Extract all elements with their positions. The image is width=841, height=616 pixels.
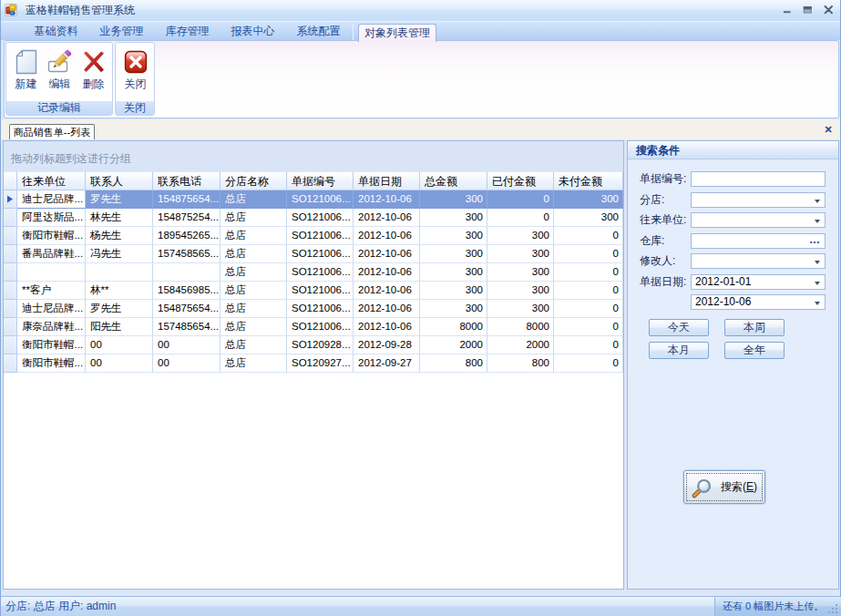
grid-row-8[interactable]: 衡阳市鞋帽...0000总店SO120928...2012-09-2820002… — [4, 336, 623, 354]
grid-cell-r8-c1[interactable]: 00 — [86, 336, 153, 354]
minimize-icon[interactable] — [776, 0, 797, 20]
grid-column-header-1[interactable]: 联系人 — [86, 171, 153, 190]
grid-cell-r7-c8[interactable]: 0 — [554, 318, 623, 336]
grid-cell-r1-c0[interactable]: 阿里达斯品... — [17, 209, 86, 227]
grid-cell-r1-c7[interactable]: 0 — [487, 209, 554, 227]
grid-cell-r0-c2[interactable]: 154875654... — [153, 190, 221, 209]
grid-cell-r3-c7[interactable]: 300 — [487, 245, 554, 263]
ribbon-tab-object-list[interactable]: 对象列表管理 — [358, 24, 436, 42]
grid-cell-r1-c4[interactable]: SO121006... — [287, 209, 354, 227]
grid-cell-r5-c2[interactable]: 158456985... — [153, 282, 221, 300]
grid-cell-r7-c3[interactable]: 总店 — [221, 318, 287, 336]
grid-cell-r7-c5[interactable]: 2012-10-06 — [354, 318, 420, 336]
grid-column-header-5[interactable]: 单据日期 — [354, 171, 420, 190]
grid-cell-r3-c3[interactable]: 总店 — [221, 245, 287, 263]
grid-cell-r5-c3[interactable]: 总店 — [221, 282, 287, 300]
grid-row-0[interactable]: 迪士尼品牌...罗先生154875654...总店SO121006...2012… — [4, 190, 623, 209]
grid-cell-r7-c6[interactable]: 8000 — [420, 318, 487, 336]
grid-cell-r5-c5[interactable]: 2012-10-06 — [354, 282, 420, 300]
grid-cell-r4-c1[interactable] — [86, 263, 153, 282]
warehouse-input[interactable]: ... — [691, 233, 826, 249]
grid-cell-r3-c2[interactable]: 157458565... — [153, 245, 221, 263]
ribbon-tab-1[interactable]: 业务管理 — [89, 22, 154, 41]
grid-cell-r2-c0[interactable]: 衡阳市鞋帽... — [17, 227, 86, 245]
grid-cell-r3-c0[interactable]: 番禺品牌鞋... — [17, 245, 86, 263]
branch-dropdown-icon[interactable] — [815, 200, 820, 203]
grid-cell-r6-c4[interactable]: SO121006... — [287, 300, 354, 318]
grid-cell-r9-c8[interactable]: 0 — [554, 354, 623, 373]
ribbon-tab-3[interactable]: 报表中心 — [221, 22, 285, 41]
grid-cell-r5-c4[interactable]: SO121006... — [287, 282, 354, 300]
grid-cell-r2-c4[interactable]: SO121006... — [287, 227, 354, 245]
grid-cell-r0-c0[interactable]: 迪士尼品牌... — [17, 190, 86, 209]
partner-dropdown-icon[interactable] — [815, 220, 820, 223]
grid-cell-r2-c6[interactable]: 300 — [420, 227, 487, 245]
date-from-input[interactable]: 2012-01-01 — [691, 274, 826, 290]
grid-cell-r7-c4[interactable]: SO121006... — [287, 318, 354, 336]
grid-row-5[interactable]: **客户林**158456985...总店SO121006...2012-10-… — [4, 282, 623, 300]
grid-cell-r4-c4[interactable]: SO121006... — [287, 263, 354, 282]
search-button[interactable]: 搜索(E) — [683, 470, 765, 504]
grid-cell-r2-c1[interactable]: 杨先生 — [86, 227, 153, 245]
grid-column-header-3[interactable]: 分店名称 — [221, 171, 287, 190]
grid-group-panel[interactable]: 拖动列标题到这进行分组 — [4, 141, 623, 171]
grid-cell-r8-c2[interactable]: 00 — [153, 336, 221, 354]
grid-cell-r9-c7[interactable]: 800 — [487, 354, 554, 373]
document-tab-close-icon[interactable]: ✕ — [822, 123, 835, 136]
document-tab-sales-list[interactable]: 商品销售单--列表 — [9, 124, 95, 139]
this-month-button[interactable]: 本月 — [649, 342, 709, 359]
grid-cell-r6-c1[interactable]: 罗先生 — [86, 300, 153, 318]
grid-cell-r8-c3[interactable]: 总店 — [221, 336, 287, 354]
grid-cell-r9-c1[interactable]: 00 — [86, 354, 153, 373]
grid-cell-r3-c4[interactable]: SO121006... — [287, 245, 354, 263]
grid-cell-r2-c3[interactable]: 总店 — [221, 227, 287, 245]
grid-cell-r2-c7[interactable]: 300 — [487, 227, 554, 245]
close-tab-button[interactable]: 关闭 — [118, 46, 152, 101]
grid-cell-r6-c5[interactable]: 2012-10-06 — [354, 300, 420, 318]
grid-row-4[interactable]: 总店SO121006...2012-10-063003000 — [4, 263, 623, 282]
grid-row-3[interactable]: 番禺品牌鞋...冯先生157458565...总店SO121006...2012… — [4, 245, 623, 263]
grid-row-1[interactable]: 阿里达斯品...林先生154875254...总店SO121006...2012… — [4, 209, 623, 227]
today-button[interactable]: 今天 — [649, 319, 709, 336]
grid-column-header-4[interactable]: 单据编号 — [287, 171, 354, 190]
grid-cell-r8-c5[interactable]: 2012-09-28 — [354, 336, 420, 354]
grid-cell-r2-c2[interactable]: 189545265... — [153, 227, 221, 245]
branch-input[interactable] — [691, 192, 826, 208]
grid-cell-r3-c5[interactable]: 2012-10-06 — [354, 245, 420, 263]
edit-button[interactable]: 编辑 — [43, 46, 77, 101]
grid-row-9[interactable]: 衡阳市鞋帽...0000总店SO120927...2012-09-2780080… — [4, 354, 623, 373]
grid-cell-r1-c5[interactable]: 2012-10-06 — [354, 209, 420, 227]
modifier-dropdown-icon[interactable] — [815, 261, 820, 264]
grid-cell-r9-c3[interactable]: 总店 — [221, 354, 287, 373]
grid-cell-r3-c8[interactable]: 0 — [554, 245, 623, 263]
grid-cell-r1-c8[interactable]: 300 — [554, 209, 623, 227]
grid-cell-r4-c6[interactable]: 300 — [420, 263, 487, 282]
modifier-input[interactable] — [691, 253, 826, 269]
grid-cell-r0-c5[interactable]: 2012-10-06 — [354, 190, 420, 209]
grid-cell-r1-c3[interactable]: 总店 — [221, 209, 287, 227]
grid-cell-r9-c0[interactable]: 衡阳市鞋帽... — [17, 354, 86, 373]
grid-row-2[interactable]: 衡阳市鞋帽...杨先生189545265...总店SO121006...2012… — [4, 227, 623, 245]
grid-cell-r0-c6[interactable]: 300 — [420, 190, 487, 209]
grid-cell-r9-c2[interactable]: 00 — [153, 354, 221, 373]
grid-row-6[interactable]: 迪士尼品牌...罗先生154875654...总店SO121006...2012… — [4, 300, 623, 318]
grid-cell-r5-c6[interactable]: 300 — [420, 282, 487, 300]
grid-cell-r7-c2[interactable]: 157485654... — [153, 318, 221, 336]
grid-cell-r8-c4[interactable]: SO120928... — [287, 336, 354, 354]
grid-cell-r0-c7[interactable]: 0 — [487, 190, 554, 209]
grid-column-header-8[interactable]: 未付金额 — [554, 171, 623, 190]
grid-cell-r8-c0[interactable]: 衡阳市鞋帽... — [17, 336, 86, 354]
grid-cell-r4-c5[interactable]: 2012-10-06 — [354, 263, 420, 282]
grid-cell-r6-c2[interactable]: 154875654... — [153, 300, 221, 318]
grid-column-header-0[interactable]: 往来单位 — [17, 171, 86, 190]
bill-number-input[interactable] — [691, 171, 826, 187]
grid-cell-r0-c1[interactable]: 罗先生 — [86, 190, 153, 209]
grid-cell-r4-c0[interactable] — [17, 263, 86, 282]
grid-column-header-6[interactable]: 总金额 — [420, 171, 487, 190]
grid-cell-r0-c4[interactable]: SO121006... — [287, 190, 354, 209]
grid-cell-r5-c0[interactable]: **客户 — [17, 282, 86, 300]
grid-cell-r1-c2[interactable]: 154875254... — [153, 209, 221, 227]
date-to-input[interactable]: 2012-10-06 — [691, 294, 826, 310]
grid-cell-r7-c1[interactable]: 阳先生 — [86, 318, 153, 336]
grid-cell-r6-c8[interactable]: 0 — [554, 300, 623, 318]
